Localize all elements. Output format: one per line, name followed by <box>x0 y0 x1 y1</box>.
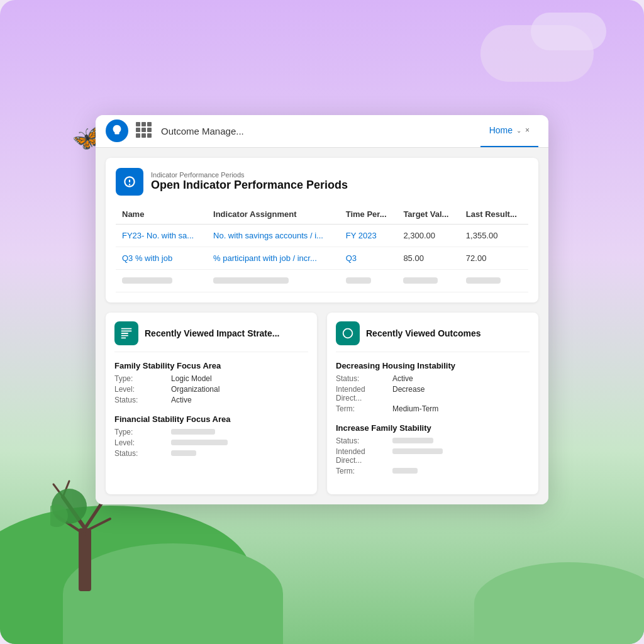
outcome-1-term: Term: Medium-Term <box>336 404 530 413</box>
skeleton-target <box>397 269 459 292</box>
outcomes-header: Recently Viewed Outcomes <box>336 321 530 352</box>
svg-rect-0 <box>79 528 91 591</box>
home-tab-label: Home <box>489 125 513 135</box>
table-row: Q3 % with job % participant with job / i… <box>116 247 528 269</box>
outcome-1-title: Decreasing Housing Instability <box>336 361 530 370</box>
skeleton-indicator <box>207 269 340 292</box>
row2-result: 72.00 <box>460 247 528 269</box>
strategy-item-2: Financial Stability Focus Area Type: Lev… <box>114 414 308 458</box>
indicator-title: Open Indicator Performance Periods <box>151 179 348 192</box>
table-header-row: Name Indicator Assignment Time Per... Ta… <box>116 204 528 225</box>
strategy-1-status: Status: Active <box>114 396 308 404</box>
indicator-section-header: Indicator Performance Periods Open Indic… <box>116 168 528 196</box>
cloud-2 <box>531 13 606 50</box>
impact-strategies-title: Recently Viewed Impact Strate... <box>145 328 280 338</box>
row2-time[interactable]: Q3 <box>340 247 397 269</box>
outcomes-section: Recently Viewed Outcomes Decreasing Hous… <box>327 313 538 494</box>
tab-bar: Home ⌄ × <box>480 115 538 147</box>
app-header: Outcome Manage... Home ⌄ × <box>96 115 548 148</box>
outcome-2-status: Status: <box>336 436 530 445</box>
salesforce-logo[interactable] <box>106 119 128 142</box>
outcome-2-direction: Intended Direct... <box>336 447 530 465</box>
strategy-2-type: Type: <box>114 428 308 436</box>
table-skeleton-row <box>116 269 528 292</box>
skeleton-time <box>340 269 397 292</box>
home-tab[interactable]: Home ⌄ × <box>480 115 538 147</box>
row1-name[interactable]: FY23- No. with sa... <box>116 224 207 247</box>
indicator-section-icon <box>116 168 143 196</box>
strategy-1-level: Level: Organizational <box>114 385 308 394</box>
app-content: Indicator Performance Periods Open Indic… <box>96 148 548 504</box>
col-result: Last Result... <box>460 204 528 225</box>
strategy-2-title: Financial Stability Focus Area <box>114 414 308 424</box>
outcomes-title: Recently Viewed Outcomes <box>366 328 481 338</box>
outcome-1-direction: Intended Direct... Decrease <box>336 385 530 402</box>
impact-strategies-section: Recently Viewed Impact Strate... Family … <box>106 313 317 494</box>
row1-time[interactable]: FY 2023 <box>340 224 397 247</box>
app-grid-icon[interactable] <box>136 122 153 140</box>
skeleton-result <box>460 269 528 292</box>
bottom-two-col: Recently Viewed Impact Strate... Family … <box>106 313 538 494</box>
col-name: Name <box>116 204 207 225</box>
skeleton-name <box>116 269 207 292</box>
strategy-1-type: Type: Logic Model <box>114 374 308 383</box>
col-time: Time Per... <box>340 204 397 225</box>
col-target: Target Val... <box>397 204 459 225</box>
row1-indicator[interactable]: No. with savings accounts / i... <box>207 224 340 247</box>
svg-point-10 <box>343 328 353 338</box>
row2-name[interactable]: Q3 % with job <box>116 247 207 269</box>
strategy-2-level: Level: <box>114 438 308 447</box>
strategy-item-1: Family Stability Focus Area Type: Logic … <box>114 361 308 404</box>
indicator-table: Name Indicator Assignment Time Per... Ta… <box>116 204 528 292</box>
outcome-item-1: Decreasing Housing Instability Status: A… <box>336 361 530 413</box>
indicator-performance-card: Indicator Performance Periods Open Indic… <box>106 158 538 303</box>
outcome-2-title: Increase Family Stability <box>336 423 530 433</box>
row1-target: 2,300.00 <box>397 224 459 247</box>
strategy-1-title: Family Stability Focus Area <box>114 361 308 370</box>
outcome-2-term: Term: <box>336 467 530 475</box>
indicator-title-group: Indicator Performance Periods Open Indic… <box>151 171 348 192</box>
tab-close-icon[interactable]: × <box>525 126 530 135</box>
hill-3 <box>474 562 644 644</box>
row2-indicator[interactable]: % participant with job / incr... <box>207 247 340 269</box>
outcome-item-2: Increase Family Stability Status: Intend… <box>336 423 530 475</box>
app-name: Outcome Manage... <box>161 126 244 136</box>
row2-target: 85.00 <box>397 247 459 269</box>
table-row: FY23- No. with sa... No. with savings ac… <box>116 224 528 247</box>
strategy-2-status: Status: <box>114 449 308 458</box>
tab-chevron-icon: ⌄ <box>516 127 521 134</box>
outcomes-icon <box>336 321 360 345</box>
impact-strategies-header: Recently Viewed Impact Strate... <box>114 321 308 352</box>
app-window: Outcome Manage... Home ⌄ × Indicator Per… <box>96 115 548 504</box>
indicator-subtitle: Indicator Performance Periods <box>151 171 348 179</box>
outcome-1-status: Status: Active <box>336 374 530 383</box>
col-indicator: Indicator Assignment <box>207 204 340 225</box>
row1-result: 1,355.00 <box>460 224 528 247</box>
impact-strategies-icon <box>114 321 138 345</box>
